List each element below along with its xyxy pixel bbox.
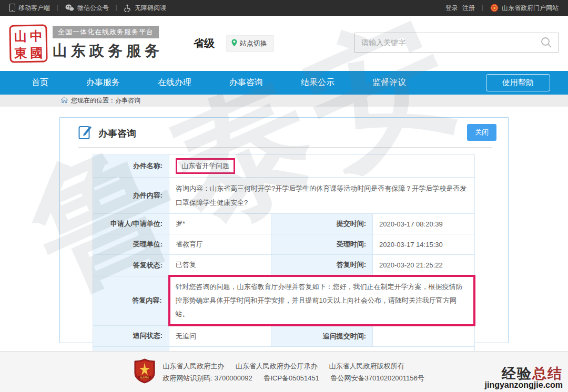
field-label: 受理单位: [93, 234, 169, 255]
help-button[interactable]: 使用帮助 [486, 74, 550, 91]
nav-item-online-handling[interactable]: 在线办理 [158, 77, 191, 88]
main-nav: 首页 办事服务 在线办理 办事咨询 结果公示 监督评议 使用帮助 [0, 71, 568, 95]
divider [482, 5, 483, 11]
field-value [373, 325, 475, 347]
site-header: 山 中 東 國 全国一体化在线政务服务平台 山东政务服务 省级 站点切换 [0, 16, 568, 71]
highlight-box: 山东省开学问题 [176, 158, 235, 174]
field-label: 追问状态: [93, 325, 169, 347]
table-row: 答复内容: 针对您咨询的问题，山东省教育厅办理并答复如下：您好，我们正在制定开学… [93, 276, 475, 325]
field-label: 答复状态: [93, 255, 169, 276]
top-utility-bar: 移动客户端 微信公众号 无障碍阅读 登录 注册 ★ 山东省政府门户网站 [0, 0, 568, 16]
site-logo-text: 全国一体化在线政务服务平台 山东政务服务 [53, 26, 163, 61]
field-value: 2020-03-20 21:25:22 [373, 255, 475, 276]
mobile-phone-icon [9, 4, 15, 12]
seal-char: 山 [12, 28, 28, 45]
wheelchair-icon [124, 4, 131, 12]
table-row: 答复状态: 已答复 答复时间: 2020-03-20 21:25:22 [93, 255, 475, 276]
accessibility-link[interactable]: 无障碍阅读 [124, 4, 166, 13]
platform-badge: 全国一体化在线政务服务平台 [53, 26, 159, 38]
search-icon[interactable] [535, 36, 558, 49]
national-emblem-icon: ★ [490, 4, 499, 12]
breadcrumb-text: 您现在的位置：办事咨询 [71, 96, 140, 105]
gov-portal-label: 山东省政府门户网站 [502, 4, 559, 13]
consultation-table: 办件名称: 山东省开学问题 办件内容: 咨询内容：山东省高三何时开学?开学后学生… [93, 154, 475, 367]
nav-item-services[interactable]: 办事服务 [86, 77, 120, 88]
field-value: 已答复 [169, 255, 271, 276]
nav-item-results[interactable]: 结果公示 [301, 77, 334, 88]
panel-header: 办事咨询 关闭 [78, 125, 492, 148]
wechat-label: 微信公众号 [77, 4, 109, 13]
accessibility-label: 无障碍阅读 [135, 4, 166, 13]
footer-text: 山东省人民政府主办 山东省人民政府办公厅承办 山东省人民政府版权所有 政府网站识… [163, 360, 434, 384]
field-label: 申请人/申请单位: [93, 214, 169, 234]
pen-edit-icon [78, 125, 92, 142]
page-footer: 政府网站 山东省人民政府主办 山东省人民政府办公厅承办 山东省人民政府版权所有 … [0, 351, 568, 392]
field-label: 办件内容: [93, 178, 169, 214]
field-label: 答复时间: [271, 255, 373, 276]
register-link[interactable]: 注册 [462, 4, 475, 13]
field-value: 咨询内容：山东省高三何时开学?开学后学生的体育课等活动时间是否有保障？开学后学校… [169, 178, 475, 214]
nav-item-supervision[interactable]: 监督评议 [372, 77, 406, 88]
close-button[interactable]: 关闭 [467, 124, 496, 141]
field-value: 无追问 [169, 325, 271, 347]
wechat-icon [65, 4, 74, 12]
site-level-label: 省级 [194, 36, 215, 50]
site-switch-button[interactable]: 站点切换 [226, 35, 274, 52]
mobile-client-label: 移动客户端 [18, 4, 50, 13]
table-row: 办件内容: 咨询内容：山东省高三何时开学?开学后学生的体育课等活动时间是否有保障… [93, 178, 475, 214]
location-pin-icon [231, 39, 237, 48]
table-row: 受理单位: 省教育厅 受理时间: 2020-03-17 14:15:30 [93, 234, 475, 255]
login-link[interactable]: 登录 [445, 4, 458, 13]
panel-title: 办事咨询 [98, 127, 136, 140]
divider [57, 5, 58, 11]
wechat-link[interactable]: 微信公众号 [65, 4, 109, 13]
mobile-client-link[interactable]: 移动客户端 [9, 4, 50, 13]
shandong-seal-logo: 山 中 東 國 [9, 24, 47, 63]
search-box [354, 33, 559, 53]
site-title: 山东政务服务 [53, 41, 163, 61]
gov-portal-link[interactable]: ★ 山东省政府门户网站 [490, 4, 559, 13]
seal-char: 國 [28, 44, 45, 61]
seal-char: 中 [28, 27, 44, 45]
field-value: 2020-03-17 08:20:39 [373, 214, 475, 234]
home-icon [61, 97, 68, 105]
footer-line1: 山东省人民政府主办 山东省人民政府办公厅承办 山东省人民政府版权所有 [163, 360, 434, 372]
table-row: 申请人/申请单位: 罗* 提交时间: 2020-03-17 08:20:39 [93, 214, 475, 234]
field-value: 2020-03-17 14:15:30 [373, 234, 475, 255]
search-input[interactable] [355, 33, 535, 52]
field-label: 提交时间: [271, 214, 373, 234]
divider [116, 5, 117, 11]
site-switch-label: 站点切换 [240, 39, 267, 48]
main-content: 办事咨询 关闭 办件名称: 山东省开学问题 办件内容: 咨询内容：山东省高三何时… [0, 107, 568, 352]
table-row: 追问状态: 无追问 追问提交时间: [93, 325, 475, 347]
field-label: 受理时间: [271, 234, 373, 255]
field-value: 罗* [169, 214, 271, 234]
field-value-highlighted: 针对您咨询的问题，山东省教育厅办理并答复如下：您好，我们正在制定开学方案，根据疫… [169, 276, 475, 325]
field-label: 办件名称: [93, 155, 169, 178]
nav-item-home[interactable]: 首页 [32, 77, 48, 88]
table-row: 办件名称: 山东省开学问题 [93, 155, 475, 178]
breadcrumb: 您现在的位置：办事咨询 [0, 95, 568, 107]
svg-text:政府网站: 政府网站 [140, 375, 150, 378]
field-label: 追问提交时间: [271, 325, 373, 347]
field-label: 答复内容: [93, 276, 169, 325]
footer-line2: 政府网站识别码: 3700000092 鲁ICP备05051451 鲁公网安备3… [163, 372, 434, 384]
seal-char: 東 [13, 44, 29, 61]
gov-badge-icon: 政府网站 [134, 358, 155, 386]
nav-item-consultation[interactable]: 办事咨询 [229, 77, 263, 88]
field-value: 省教育厅 [169, 234, 271, 255]
svg-text:★: ★ [492, 6, 496, 11]
consultation-panel: 办事咨询 关闭 办件名称: 山东省开学问题 办件内容: 咨询内容：山东省高三何时… [59, 117, 509, 343]
field-value: 山东省开学问题 [169, 155, 475, 178]
